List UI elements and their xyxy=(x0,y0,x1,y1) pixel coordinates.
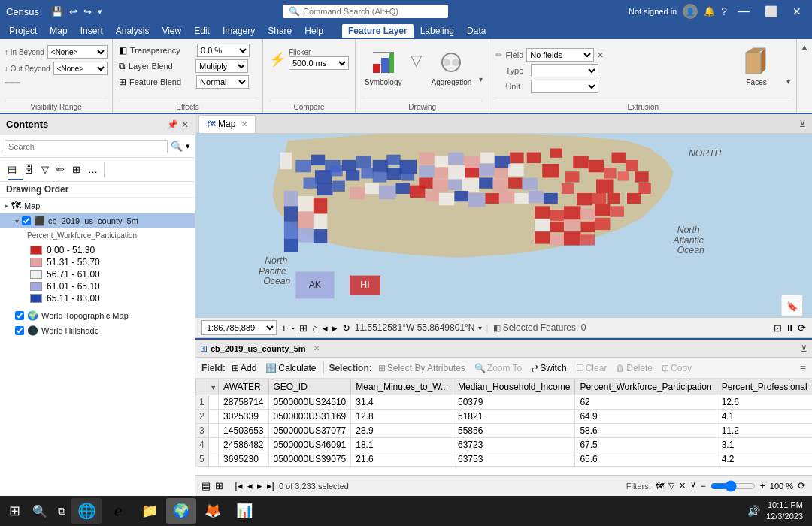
in-beyond-select[interactable]: <None> xyxy=(47,45,108,59)
footer-table-view[interactable]: ⊞ xyxy=(215,480,223,491)
menu-feature-layer[interactable]: Feature Layer xyxy=(342,24,414,38)
taskbar-search-btn[interactable]: 🔍 xyxy=(28,501,52,521)
menu-share[interactable]: Share xyxy=(262,24,298,38)
attr-table-expand[interactable]: ⊻ xyxy=(801,343,807,354)
command-search[interactable]: 🔍 xyxy=(283,5,448,18)
select-by-attr-btn[interactable]: ⊞ Select By Attributes xyxy=(375,361,468,375)
system-tray[interactable]: 🔊 xyxy=(747,505,760,517)
notifications-icon[interactable]: 🔔 xyxy=(704,6,715,17)
col-pct-workforce[interactable]: Percent_Workforce_Participation xyxy=(575,379,717,395)
table-row[interactable]: 5 3695230 0500000US39075 21.6 63753 65.6… xyxy=(196,452,813,467)
attr-table-close-btn[interactable]: ✕ xyxy=(314,344,320,352)
col-mean-minutes[interactable]: Mean_Minutes_to_W... xyxy=(351,379,453,395)
filter-options[interactable]: ⊻ xyxy=(690,481,696,491)
layer-cb2019-checkbox[interactable] xyxy=(22,216,31,225)
menu-help[interactable]: Help xyxy=(298,24,329,38)
feature-blend-select[interactable]: Normal xyxy=(196,75,249,89)
menu-edit[interactable]: Edit xyxy=(188,24,216,38)
zoom-to-btn[interactable]: 🔍 Zoom To xyxy=(471,361,525,375)
nav-refresh[interactable]: ⟳ xyxy=(798,322,806,334)
menu-labeling[interactable]: Labeling xyxy=(414,24,460,38)
table-row[interactable]: 4 24586482 0500000US46091 18.1 63723 67.… xyxy=(196,438,813,452)
taskbar-taskview-btn[interactable]: ⧉ xyxy=(53,502,70,521)
sidebar-close-btn[interactable]: ✕ xyxy=(181,119,189,130)
zoom-plus[interactable]: + xyxy=(760,481,765,491)
transparency-select[interactable]: 0.0 % xyxy=(197,44,250,57)
zoom-slider[interactable] xyxy=(710,480,756,492)
taskbar-app-arcgis[interactable]: 🌍 xyxy=(166,498,196,524)
layer-world-topo[interactable]: 🌍 World Topographic Map xyxy=(0,308,195,323)
menu-map[interactable]: Map xyxy=(44,24,73,38)
footer-next-page[interactable]: ▸ xyxy=(257,480,262,491)
taskbar-app-ie[interactable]: ℯ xyxy=(103,498,133,524)
nav-pause[interactable]: ⏸ xyxy=(785,322,795,334)
delete-btn[interactable]: 🗑 Delete xyxy=(613,361,656,375)
expand-arrow-cb2019[interactable]: ▾ xyxy=(15,217,19,225)
qat-undo[interactable]: ↩ xyxy=(69,6,77,17)
close-btn[interactable]: ✕ xyxy=(788,5,806,17)
menu-analysis[interactable]: Analysis xyxy=(110,24,156,38)
table-row[interactable]: 2 3025339 0500000US31169 12.8 51821 64.9… xyxy=(196,410,813,424)
taskbar-app-excel[interactable]: 📊 xyxy=(229,498,259,524)
aggregation-btn[interactable]: Aggregation xyxy=(428,45,474,88)
clock[interactable]: 10:11 PM 12/3/2023 xyxy=(766,500,803,523)
flicker-select[interactable]: 500.0 ms xyxy=(289,56,349,70)
nav-copy-map[interactable]: ⊡ xyxy=(774,322,782,334)
switch-btn[interactable]: ⇄ Switch xyxy=(528,361,569,375)
col-pct-professional[interactable]: Percent_Professional xyxy=(717,379,812,395)
field-clear-btn[interactable]: ✕ xyxy=(597,50,604,60)
filter-set[interactable]: ▽ xyxy=(668,481,674,491)
nav-rotate[interactable]: ↻ xyxy=(342,322,350,334)
maximize-btn[interactable]: ⬜ xyxy=(760,5,782,17)
attr-calculate-btn[interactable]: 🔢 Calculate xyxy=(262,361,319,375)
layer-world-hillshade-checkbox[interactable] xyxy=(15,326,24,335)
qat-more[interactable]: ▾ xyxy=(98,7,102,17)
layer-map[interactable]: ▸ 🗺 Map xyxy=(0,198,195,213)
sidebar-pin-btn[interactable]: 📌 xyxy=(167,119,178,130)
menu-imagery[interactable]: Imagery xyxy=(217,24,261,38)
taskbar-app-edge[interactable]: 🌐 xyxy=(71,498,102,524)
layer-cb2019[interactable]: ▾ ⬛ cb_2019_us_county_5m xyxy=(0,213,195,228)
field-select[interactable]: No fields xyxy=(526,48,594,62)
map-tab[interactable]: 🗺 Map ✕ xyxy=(198,115,256,133)
ribbon-collapse-btn[interactable]: ▲ xyxy=(800,42,809,53)
faces-btn[interactable]: Faces xyxy=(738,45,774,88)
out-beyond-select[interactable]: <None> xyxy=(53,62,108,75)
map-tab-expand[interactable]: ⊻ xyxy=(799,119,806,129)
unit-select[interactable] xyxy=(531,80,598,93)
copy-btn[interactable]: ⊡ Copy xyxy=(659,361,695,375)
menu-project[interactable]: Project xyxy=(3,24,43,38)
sidebar-tool-more[interactable]: … xyxy=(85,162,101,177)
table-row[interactable]: 1 28758714 0500000US24510 31.4 50379 62 … xyxy=(196,395,813,410)
scale-select[interactable]: 1:86,785,889 xyxy=(201,320,277,335)
attr-add-btn[interactable]: ⊞ Add xyxy=(229,361,259,375)
sidebar-tool-edit[interactable]: ✏ xyxy=(53,162,68,177)
drawing-more-icon[interactable]: ▾ xyxy=(479,75,483,83)
taskbar-app-firefox[interactable]: 🦊 xyxy=(198,498,228,524)
symbology-btn[interactable]: Symbology xyxy=(362,45,404,88)
nav-prev-extent[interactable]: ◂ xyxy=(323,322,328,334)
layer-world-topo-checkbox[interactable] xyxy=(15,311,24,320)
sidebar-tool-table[interactable]: ⊞ xyxy=(69,162,83,177)
sidebar-tool-database[interactable]: 🗄 xyxy=(21,162,37,177)
nav-zoom-in[interactable]: + xyxy=(281,322,287,334)
taskbar-app-explorer[interactable]: 📁 xyxy=(135,498,165,524)
col-awater[interactable]: AWATER xyxy=(219,379,268,395)
user-avatar[interactable]: 👤 xyxy=(683,4,698,19)
map-tab-close-icon[interactable]: ✕ xyxy=(241,120,247,128)
help-icon[interactable]: ? xyxy=(721,5,727,17)
sidebar-search-btn[interactable]: 🔍 xyxy=(171,141,183,152)
layer-world-hillshade[interactable]: 🌑 World Hillshade xyxy=(0,323,195,338)
clear-btn[interactable]: ☐ Clear xyxy=(573,361,611,375)
minimize-btn[interactable]: — xyxy=(733,5,754,18)
col-geoid[interactable]: GEO_ID xyxy=(268,379,351,395)
footer-list-view[interactable]: ▤ xyxy=(201,480,211,491)
table-row[interactable]: 3 14503653 0500000US37077 28.9 55856 58.… xyxy=(196,424,813,438)
menu-view[interactable]: View xyxy=(156,24,187,38)
sidebar-search-input[interactable] xyxy=(5,140,168,153)
nav-bookmarks[interactable]: ⊞ xyxy=(299,322,308,334)
sidebar-tool-list-view[interactable]: ▤ xyxy=(5,162,20,177)
attr-menu-btn[interactable]: ≡ xyxy=(800,362,806,374)
table-refresh[interactable]: ⟳ xyxy=(798,480,806,491)
col-median-hh[interactable]: Median_Household_Income xyxy=(453,379,575,395)
